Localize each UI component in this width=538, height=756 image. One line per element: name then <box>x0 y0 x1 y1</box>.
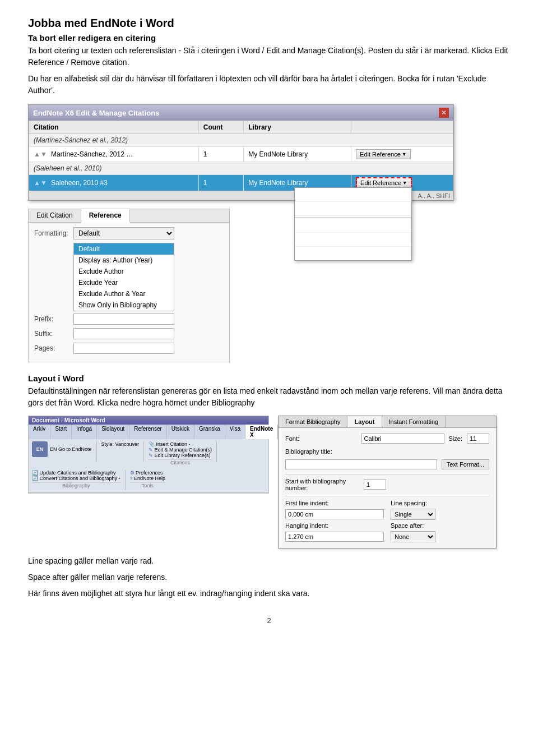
formatting-option-author-year[interactable]: Display as: Author (Year) <box>74 255 174 266</box>
line-spacing-value-cell: Single Double <box>391 509 489 520</box>
space-after-select[interactable]: None Single <box>391 531 435 542</box>
edit-citation-section: Edit Citation Reference Formatting: Defa… <box>28 209 230 362</box>
insert-citation-btn[interactable]: 📎 Insert Citation - <box>149 441 212 447</box>
text-format-button[interactable]: Text Format... <box>442 459 489 469</box>
citation-action-2[interactable]: Edit Reference ▼ Edit Library Reference … <box>351 175 453 191</box>
table-row[interactable]: ▲▼ Martínez-Sánchez, 2012 … 1 My EndNote… <box>29 147 453 162</box>
format-bib-tab-format[interactable]: Format Bibliography <box>279 416 347 427</box>
start-number-label: Start with bibliography number: <box>285 478 364 491</box>
format-bib-body: Font: Size: Bibliography title: Text For… <box>279 428 496 548</box>
citation-count: 1 <box>198 147 244 162</box>
dialog-body: Citation Count Library (Martínez-Sánchez… <box>29 121 453 200</box>
formatting-option-exclude-year[interactable]: Exclude Year <box>74 277 174 288</box>
dialog-title: EndNote X6 Edit & Manage Citations <box>33 109 159 117</box>
size-input[interactable] <box>467 434 489 444</box>
section2-title: Layout i Word <box>28 374 510 383</box>
dropdown-arrow-icon: ▼ <box>402 151 407 157</box>
ribbon-tab-start[interactable]: Start <box>50 425 72 439</box>
bib-title-input[interactable] <box>285 459 437 469</box>
formatting-select[interactable]: Default Display as: Author (Year) Exclud… <box>73 227 174 239</box>
page-title: Jobba med EndNote i Word <box>28 17 510 30</box>
formatting-dropdown: Default Display as: Author (Year) Exclud… <box>73 243 174 311</box>
word-toolbar-area: Document - Microsoft Word Arkiv Start In… <box>28 416 510 548</box>
citation-group-header-2: (Saleheen et al., 2010) <box>29 162 453 175</box>
first-line-label: First line indent: <box>285 500 329 506</box>
menu-edit-library-ref[interactable]: Edit Library Reference <box>295 188 411 202</box>
first-line-label-cell: First line indent: <box>285 500 384 506</box>
edit-reference-button-1[interactable]: Edit Reference ▼ <box>356 149 411 159</box>
convert-btn[interactable]: 🔄 Convert Citations and Bibliography - <box>32 476 120 481</box>
ribbon-tab-utskick[interactable]: Utskick <box>167 425 194 439</box>
space-after-label-cell: Space after: <box>391 522 489 529</box>
table-row-selected[interactable]: ▲▼ Saleheen, 2010 #3 1 My EndNote Librar… <box>29 175 453 191</box>
update-citations-btn[interactable]: 🔄 Update Citations and Bibliography <box>32 470 120 476</box>
citation-author-2: ▲▼ Saleheen, 2010 #3 <box>29 175 199 191</box>
line-spacing-select[interactable]: Single Double <box>391 509 435 520</box>
formatting-option-exclude-author[interactable]: Exclude Author <box>74 266 174 277</box>
dialog-titlebar: EndNote X6 Edit & Manage Citations ✕ <box>29 105 453 121</box>
format-bib-tab-layout[interactable]: Layout <box>347 416 382 427</box>
suffix-label: Suffix: <box>34 330 73 338</box>
edit-library-btn[interactable]: ✎ Edit Library Reference(s) <box>149 453 212 458</box>
citation-author: ▲▼ Martínez-Sánchez, 2012 … <box>29 147 199 162</box>
word-titlebar: Document - Microsoft Word <box>29 416 268 425</box>
dialog-close-button[interactable]: ✕ <box>439 108 449 118</box>
pages-input[interactable] <box>73 343 174 354</box>
tools-group-label: Tools <box>130 482 166 488</box>
go-to-endnote-label[interactable]: EN Go to EndNote <box>50 446 92 452</box>
font-input[interactable] <box>361 434 444 444</box>
size-label: Size: <box>449 435 462 442</box>
citation-group-header: (Martínez-Sánchez et al., 2012) <box>29 134 453 147</box>
pages-label: Pages: <box>34 344 73 352</box>
prefix-input[interactable] <box>73 314 174 325</box>
hanging-indent-label: Hanging indent: <box>285 522 328 529</box>
format-bib-tab-instant[interactable]: Instant Formatting <box>382 416 446 427</box>
citation-group-row: (Martínez-Sánchez et al., 2012) <box>29 134 453 147</box>
first-line-value-cell <box>285 509 384 520</box>
ribbon-tab-infoga[interactable]: Infoga <box>72 425 97 439</box>
ribbon-tab-sidlayout[interactable]: Sidlayout <box>97 425 129 439</box>
ribbon-tab-arkiv[interactable]: Arkiv <box>29 425 50 439</box>
formatting-option-exclude-both[interactable]: Exclude Author & Year <box>74 288 174 299</box>
help-btn[interactable]: ? EndNote Help <box>130 476 166 481</box>
menu-remove-citation[interactable]: Remove Citation <box>295 219 411 233</box>
menu-insert-citation[interactable]: Insert Citation <box>295 233 411 247</box>
suffix-input[interactable] <box>73 328 174 339</box>
citations-group-label: Citations <box>149 459 212 465</box>
edit-reference-dropdown: Edit Library Reference Find Reference Up… <box>294 187 412 261</box>
section1-text2: Du har en alfabetisk stil där du hänvisa… <box>28 73 510 96</box>
section2-text1: Defaultinställningen när referenslistan … <box>28 385 510 409</box>
formatting-option-default[interactable]: Default <box>74 243 174 255</box>
col-count: Count <box>198 121 244 134</box>
insert-citation-big-icon: EN <box>32 441 48 457</box>
section3-text2: Space after gäller mellan varje referens… <box>28 571 510 583</box>
formatting-label: Formatting: <box>34 229 73 237</box>
first-line-input[interactable] <box>285 509 384 519</box>
bibliography-group-label: Bibliography <box>32 482 120 488</box>
ribbon-tab-granska[interactable]: Granska <box>194 425 225 439</box>
ribbon-tab-endnote[interactable]: EndNote X <box>245 425 278 439</box>
citation-action[interactable]: Edit Reference ▼ <box>351 147 453 162</box>
bibliography-group: 🔄 Update Citations and Bibliography 🔄 Co… <box>32 470 120 488</box>
hanging-indent-input[interactable] <box>285 532 384 542</box>
preferences-btn[interactable]: ⚙ Preferences <box>130 470 166 476</box>
menu-update-from-library[interactable]: Update from My Library… <box>295 247 411 260</box>
ribbon-tab-visa[interactable]: Visa <box>225 425 245 439</box>
space-after-value-cell: None Single <box>391 531 489 542</box>
formatting-option-bib-only[interactable]: Show Only in Bibliography <box>74 299 174 311</box>
tools-group: ⚙ Preferences ? EndNote Help Tools <box>130 470 166 488</box>
edit-manage-btn[interactable]: ✎ Edit & Manage Citation(s) <box>149 447 212 453</box>
ribbon-tab-referenser[interactable]: Referenser <box>129 425 166 439</box>
section3-text3: Här finns även möjlighet att styra hur l… <box>28 588 510 600</box>
start-number-input[interactable] <box>364 480 386 490</box>
menu-find-ref-updates[interactable]: Find Reference Updates… <box>295 202 411 216</box>
line-spacing-label-cell: Line spacing: <box>391 500 489 506</box>
hanging-indent-value-cell <box>285 531 384 542</box>
col-actions <box>351 121 453 134</box>
tab-reference[interactable]: Reference <box>81 209 130 223</box>
edit-reference-button-2[interactable]: Edit Reference ▼ <box>356 177 412 188</box>
hanging-indent-label-cell: Hanging indent: <box>285 522 384 529</box>
tab-edit-citation[interactable]: Edit Citation <box>29 209 81 222</box>
word-ribbon: Arkiv Start Infoga Sidlayout Referenser … <box>29 425 268 493</box>
word-ribbon-screenshot: Document - Microsoft Word Arkiv Start In… <box>28 416 269 494</box>
